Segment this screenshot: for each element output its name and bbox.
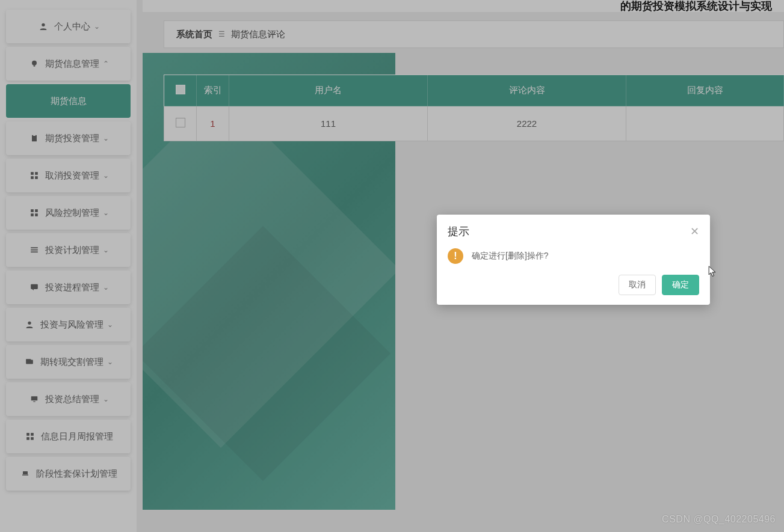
confirm-dialog: 提示 ✕ ! 确定进行[删除]操作? 取消 确定 — [437, 215, 710, 305]
ok-button[interactable]: 确定 — [662, 275, 699, 295]
watermark: CSDN @QQ_402205496 — [662, 514, 776, 525]
warning-icon: ! — [448, 248, 463, 264]
dialog-title: 提示 — [448, 224, 469, 239]
dialog-message: 确定进行[删除]操作? — [472, 251, 549, 261]
close-icon[interactable]: ✕ — [690, 225, 699, 238]
cancel-button[interactable]: 取消 — [619, 275, 656, 295]
